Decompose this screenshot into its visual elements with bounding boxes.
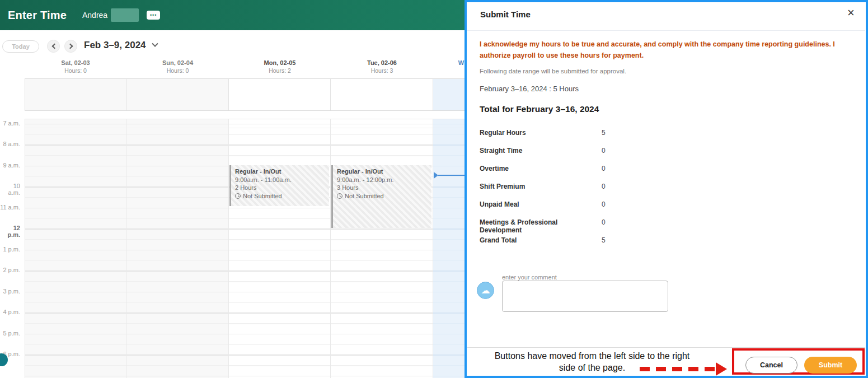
previous-week-button[interactable] (47, 40, 60, 53)
all-day-cell-tue[interactable] (331, 79, 433, 110)
day-hours: Hours: 0 (126, 67, 229, 74)
event-status: Not Submitted (243, 192, 282, 200)
clock-icon (235, 193, 241, 199)
panel-header-divider (467, 30, 865, 31)
total-label: Meetings & Professional Development (480, 218, 602, 234)
time-block-monday[interactable]: Regular - In/Out 9:00a.m. - 11:00a.m. 2 … (229, 165, 329, 206)
submit-time-panel: Submit Time × I acknowledge my hours to … (465, 0, 868, 378)
day-label: Sun, 02-04 (126, 59, 229, 66)
day-header-sat: Sat, 02-03 Hours: 0 (25, 59, 126, 74)
totals-table: Regular Hours 5 Straight Time 0 Overtime… (480, 129, 648, 254)
next-week-button[interactable] (64, 40, 77, 53)
total-label: Overtime (480, 165, 602, 172)
current-time-arrow-icon (434, 172, 438, 179)
day-label: Tue, 02-06 (331, 59, 433, 66)
total-value: 0 (602, 147, 606, 155)
chevron-right-icon (67, 44, 73, 49)
total-label: Straight Time (480, 147, 602, 155)
redacted-name-patch (111, 8, 139, 22)
clock-icon (337, 193, 342, 199)
day-hours: Hours: 3 (331, 67, 433, 74)
chevron-down-icon (152, 41, 158, 47)
acknowledgment-text: I acknowledge my hours to be true and ac… (480, 39, 850, 61)
all-day-cell-mon[interactable] (229, 79, 331, 110)
grid-column-mon[interactable] (229, 119, 331, 378)
date-range-summary: February 3–16, 2024 : 5 Hours (480, 85, 579, 93)
time-label: 12 p.m. (0, 225, 20, 238)
total-label: Grand Total (480, 236, 602, 244)
table-row: Grand Total 5 (480, 236, 648, 254)
red-dashed-arrow (640, 367, 717, 371)
day-header-sun: Sun, 02-04 Hours: 0 (126, 59, 229, 74)
calendar-grid (25, 119, 528, 378)
time-label: 3 p.m. (0, 288, 20, 295)
day-header-tue: Tue, 02-06 Hours: 3 (331, 59, 433, 74)
time-label: 2 p.m. (0, 267, 20, 273)
day-header-mon: Mon, 02-05 Hours: 2 (229, 59, 331, 74)
day-label: Mon, 02-05 (229, 59, 331, 66)
totals-title: Total for February 3–16, 2024 (480, 104, 599, 114)
annotation-line1: Buttons have moved from the left side to… (495, 351, 690, 361)
table-row: Overtime 0 (480, 165, 648, 183)
time-label: 11 a.m. (0, 204, 20, 211)
all-day-cell-sat[interactable] (25, 79, 126, 110)
day-label: Sat, 02-03 (25, 59, 126, 66)
date-range-selector[interactable]: Feb 3–9, 2024 (84, 40, 157, 51)
submit-button[interactable]: Submit (804, 357, 857, 374)
total-value: 0 (602, 218, 606, 226)
enter-time-screen: Enter Time Andrea ••• Today Feb 3–9, 202… (0, 0, 868, 378)
panel-title: Submit Time (480, 10, 531, 19)
red-arrow-head-icon (716, 362, 727, 376)
time-label: 4 p.m. (0, 309, 20, 315)
day-hours: Hours: 0 (25, 67, 126, 74)
approval-note: Following date range will be submitted f… (480, 68, 626, 74)
event-time: 9:00a.m. - 12:00p.m. (337, 176, 428, 184)
cloud-avatar-icon: ☁ (477, 282, 494, 299)
total-value: 0 (602, 165, 606, 172)
time-label: 1 p.m. (0, 246, 20, 253)
total-value: 5 (602, 129, 606, 137)
today-button[interactable]: Today (2, 40, 39, 53)
annotation-line2: side of the page. (559, 363, 625, 372)
event-status: Not Submitted (345, 192, 384, 200)
grid-column-tue[interactable] (331, 119, 433, 378)
all-day-row (25, 78, 528, 111)
event-title: Regular - In/Out (337, 167, 428, 176)
total-label: Regular Hours (480, 129, 602, 137)
comment-input[interactable] (502, 281, 668, 312)
date-range-label: Feb 3–9, 2024 (84, 40, 146, 51)
table-row: Shift Premium 0 (480, 183, 648, 200)
total-label: Unpaid Meal (480, 200, 602, 208)
all-day-cell-sun[interactable] (126, 79, 229, 110)
time-label: 5 p.m. (0, 330, 20, 337)
time-label: 8 a.m. (0, 141, 20, 147)
time-label: 10 a.m. (0, 183, 20, 196)
table-row: Unpaid Meal 0 (480, 200, 648, 218)
chevron-left-icon (51, 44, 57, 49)
grid-column-sun[interactable] (126, 119, 229, 378)
time-label: 7 a.m. (0, 120, 20, 127)
table-row: Regular Hours 5 (480, 129, 648, 147)
time-block-tuesday[interactable]: Regular - In/Out 9:00a.m. - 12:00p.m. 3 … (331, 165, 431, 228)
worker-name: Andrea (82, 11, 107, 20)
cancel-button[interactable]: Cancel (745, 357, 797, 374)
table-row: Straight Time 0 (480, 147, 648, 165)
related-actions-icon[interactable]: ••• (147, 11, 160, 20)
total-label: Shift Premium (480, 183, 602, 190)
time-label: 9 a.m. (0, 162, 20, 169)
event-duration: 2 Hours (235, 184, 325, 192)
close-icon[interactable]: × (847, 7, 855, 19)
event-title: Regular - In/Out (235, 167, 325, 176)
total-value: 5 (602, 236, 606, 244)
footer-divider (467, 347, 865, 348)
table-row: Meetings & Professional Development 0 (480, 218, 648, 236)
event-time: 9:00a.m. - 11:00a.m. (235, 176, 325, 184)
page-title: Enter Time (8, 9, 67, 22)
total-value: 0 (602, 183, 606, 190)
day-hours: Hours: 2 (229, 67, 331, 74)
event-duration: 3 Hours (337, 184, 428, 192)
total-value: 0 (602, 200, 606, 208)
grid-column-sat[interactable] (25, 119, 126, 378)
comment-label: enter your comment (502, 274, 557, 281)
